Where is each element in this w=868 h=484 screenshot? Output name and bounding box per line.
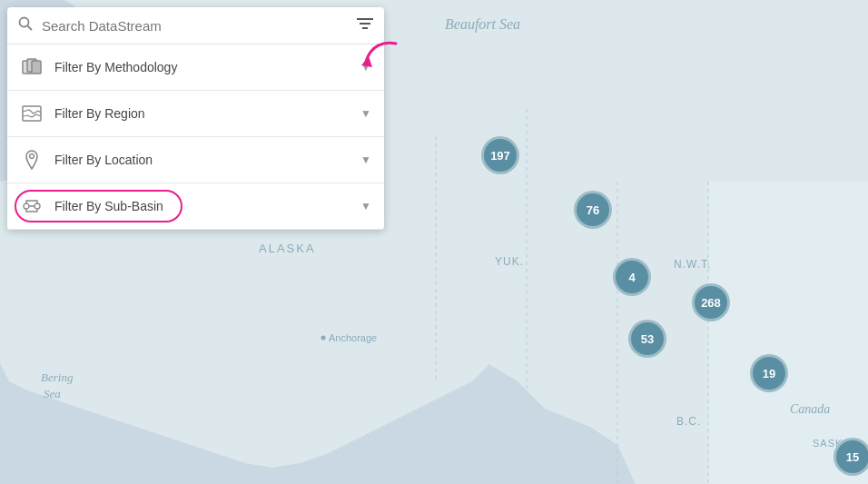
- filter-location[interactable]: Filter By Location ▼: [7, 137, 384, 183]
- svg-text:Sea: Sea: [44, 387, 61, 400]
- svg-text:N.W.T.: N.W.T.: [674, 258, 711, 271]
- cluster-76[interactable]: 76: [574, 191, 612, 229]
- filter-location-label: Filter By Location: [54, 153, 350, 167]
- search-input[interactable]: [42, 18, 348, 34]
- svg-point-14: [321, 336, 326, 341]
- search-bar: [7, 7, 384, 44]
- svg-text:Bering: Bering: [41, 370, 74, 384]
- filter-region-label: Filter By Region: [54, 106, 350, 121]
- cluster-19[interactable]: 19: [750, 354, 788, 392]
- filter-methodology[interactable]: Filter By Methodology ▼: [7, 44, 384, 91]
- cluster-53[interactable]: 53: [628, 320, 666, 358]
- chevron-region: ▼: [360, 107, 371, 120]
- svg-text:B.C.: B.C.: [676, 415, 701, 428]
- cluster-15[interactable]: 15: [833, 438, 868, 476]
- cluster-268[interactable]: 268: [692, 283, 730, 321]
- svg-text:Canada: Canada: [790, 402, 830, 416]
- subbasin-icon: [20, 194, 44, 218]
- svg-line-17: [28, 26, 32, 30]
- svg-text:Beaufort Sea: Beaufort Sea: [445, 16, 520, 33]
- svg-point-27: [35, 203, 40, 209]
- location-icon: [20, 148, 44, 172]
- chevron-location: ▼: [360, 153, 371, 166]
- chevron-methodology: ▼: [360, 61, 371, 74]
- svg-rect-24: [23, 106, 41, 121]
- cluster-197[interactable]: 197: [481, 136, 519, 174]
- sidebar-panel: Filter By Methodology ▼ Filter By Region…: [7, 7, 384, 230]
- filter-icon[interactable]: [357, 17, 373, 34]
- svg-text:YUK.: YUK.: [495, 255, 524, 268]
- filter-subbasin-label: Filter By Sub-Basin: [54, 199, 350, 213]
- filter-region[interactable]: Filter By Region ▼: [7, 91, 384, 137]
- svg-text:Anchorage: Anchorage: [329, 332, 377, 343]
- svg-rect-23: [32, 61, 41, 74]
- chevron-subbasin: ▼: [360, 200, 371, 212]
- svg-text:ALASKA: ALASKA: [259, 242, 316, 255]
- svg-point-25: [30, 154, 35, 159]
- cluster-4[interactable]: 4: [613, 258, 651, 296]
- svg-point-26: [24, 203, 29, 209]
- methodology-icon: [20, 55, 44, 79]
- filter-methodology-label: Filter By Methodology: [54, 60, 350, 74]
- filter-subbasin[interactable]: Filter By Sub-Basin ▼: [7, 183, 384, 230]
- region-icon: [20, 102, 44, 125]
- search-icon: [18, 16, 33, 35]
